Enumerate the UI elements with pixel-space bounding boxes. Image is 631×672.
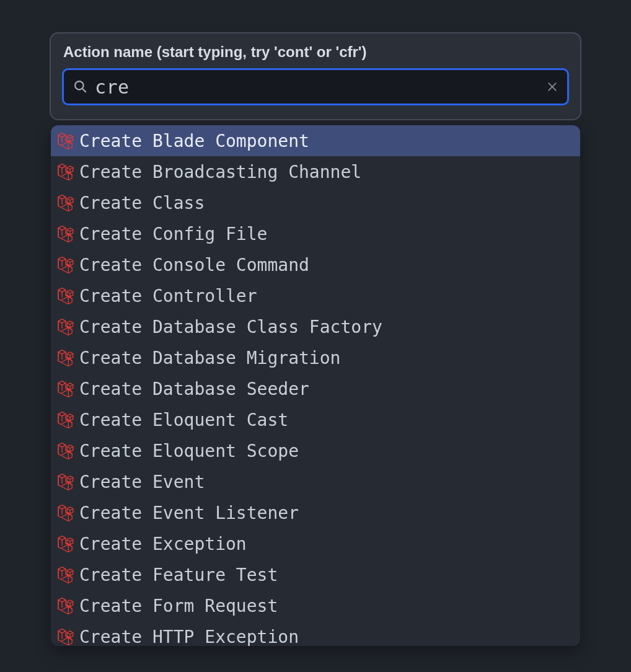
search-input-row (62, 68, 569, 105)
result-label: Create Database Seeder (79, 379, 573, 399)
result-item[interactable]: Create Config File (51, 218, 580, 249)
laravel-icon (57, 194, 74, 211)
result-item[interactable]: Create Eloquent Scope (51, 435, 580, 466)
laravel-icon (57, 442, 74, 459)
result-item[interactable]: Create Broadcasting Channel (51, 156, 580, 187)
result-label: Create Class (79, 193, 573, 213)
result-item[interactable]: Create Event (51, 466, 580, 497)
results-dropdown: Create Blade Component Create Broadcasti… (51, 125, 580, 646)
result-item[interactable]: Create Blade Component (51, 125, 580, 156)
result-item[interactable]: Create Eloquent Cast (51, 404, 580, 435)
result-label: Create Blade Component (79, 131, 573, 151)
laravel-icon (57, 628, 74, 645)
result-label: Create Form Request (79, 596, 573, 616)
laravel-icon (57, 287, 74, 304)
laravel-icon (57, 163, 74, 180)
laravel-icon (57, 132, 74, 149)
result-item[interactable]: Create Console Command (51, 249, 580, 280)
laravel-icon (57, 535, 74, 552)
laravel-icon (57, 504, 74, 521)
result-item[interactable]: Create Event Listener (51, 497, 580, 528)
result-item[interactable]: Create Form Request (51, 590, 580, 621)
result-item[interactable]: Create HTTP Exception (51, 621, 580, 646)
result-item[interactable]: Create Database Seeder (51, 373, 580, 404)
result-label: Create Eloquent Scope (79, 441, 573, 461)
result-label: Create Event Listener (79, 503, 573, 523)
search-label: Action name (start typing, try 'cont' or… (63, 43, 569, 61)
result-label: Create Database Migration (79, 348, 573, 368)
result-label: Create Config File (79, 224, 573, 244)
laravel-icon (57, 597, 74, 614)
laravel-icon (57, 349, 74, 366)
result-item[interactable]: Create Controller (51, 280, 580, 311)
laravel-icon (57, 566, 74, 583)
laravel-icon (57, 318, 74, 335)
result-item[interactable]: Create Class (51, 187, 580, 218)
laravel-icon (57, 380, 74, 397)
result-item[interactable]: Create Database Class Factory (51, 311, 580, 342)
result-label: Create Controller (79, 286, 573, 306)
action-search-panel: Action name (start typing, try 'cont' or… (50, 32, 581, 120)
laravel-icon (57, 411, 74, 428)
laravel-icon (57, 473, 74, 490)
action-search-input[interactable] (95, 76, 540, 98)
result-item[interactable]: Create Exception (51, 528, 580, 559)
search-icon[interactable] (73, 79, 89, 95)
result-label: Create Event (79, 472, 573, 492)
svg-line-1 (82, 89, 86, 92)
result-label: Create Feature Test (79, 565, 573, 585)
laravel-icon (57, 225, 74, 242)
result-label: Create Exception (79, 534, 573, 554)
svg-point-0 (75, 81, 83, 89)
laravel-icon (57, 256, 74, 273)
result-label: Create Database Class Factory (79, 317, 573, 337)
clear-button[interactable] (546, 81, 558, 93)
result-label: Create Eloquent Cast (79, 410, 573, 430)
result-label: Create Console Command (79, 255, 573, 275)
result-item[interactable]: Create Feature Test (51, 559, 580, 590)
result-label: Create Broadcasting Channel (79, 162, 573, 182)
result-item[interactable]: Create Database Migration (51, 342, 580, 373)
result-label: Create HTTP Exception (79, 627, 573, 647)
